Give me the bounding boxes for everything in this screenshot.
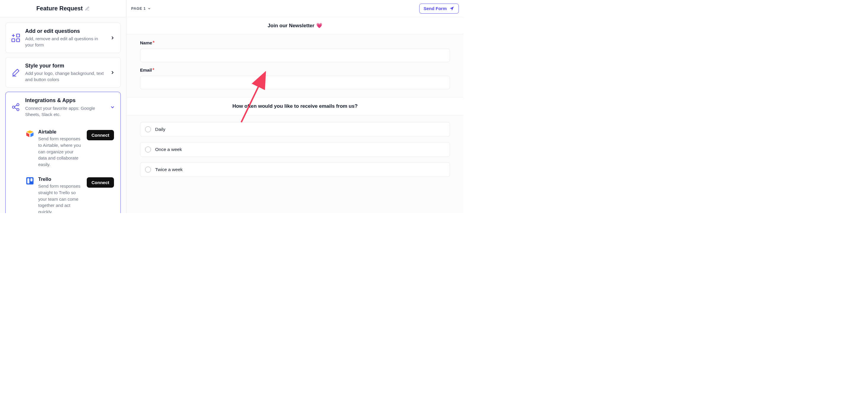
card-integrations: Integrations & Apps Connect your favorit… [5,92,121,213]
svg-marker-12 [26,132,30,137]
integration-name: Airtable [38,129,83,135]
editor-panel: Feature Request Add or edit questions [0,0,126,213]
option-label: Daily [155,127,165,132]
option-twice-a-week[interactable]: Twice a week [140,162,450,177]
chevron-right-icon [110,70,115,75]
name-label: Name [140,40,152,45]
send-form-button[interactable]: Send Form [419,4,459,13]
connect-airtable-button[interactable]: Connect [87,130,114,140]
integration-desc: Send form responses straight to Trello s… [38,183,83,213]
integration-airtable: Airtable Send form responses to Airtable… [26,125,114,172]
svg-marker-13 [30,132,34,137]
form-preview: Join our Newsletter 💗 Name* Email* How o… [126,17,464,213]
svg-rect-3 [12,39,15,42]
edit-title-icon[interactable] [85,6,90,11]
svg-rect-2 [17,34,20,37]
airtable-icon [26,129,34,137]
email-label: Email [140,67,152,72]
chevron-down-icon [148,7,151,10]
option-daily[interactable]: Daily [140,122,450,137]
form-title: Feature Request [36,5,83,12]
radio-icon [145,147,151,152]
chevron-right-icon [110,35,115,40]
editor-header: Feature Request [0,0,126,17]
integration-desc: Send form responses to Airtable, where y… [38,135,83,168]
radio-icon [145,167,151,173]
newsletter-title: Join our Newsletter [268,23,314,29]
newsletter-title-section: Join our Newsletter 💗 [126,17,464,34]
card-questions[interactable]: Add or edit questions Add, remove and ed… [5,23,121,53]
chevron-down-icon [110,104,115,110]
page-switcher[interactable]: PAGE 1 [130,5,152,12]
email-input[interactable] [140,76,450,89]
svg-line-9 [14,105,17,106]
page-label: PAGE 1 [131,6,146,11]
svg-point-8 [17,109,19,111]
svg-point-7 [17,103,19,106]
share-integrations-icon [11,102,21,112]
card-questions-title: Add or edit questions [25,28,105,35]
send-icon [449,6,455,11]
svg-point-6 [12,106,15,108]
option-label: Twice a week [155,167,183,172]
svg-rect-16 [30,178,33,181]
radio-icon [145,126,151,132]
option-label: Once a week [155,147,182,152]
card-integrations-header[interactable]: Integrations & Apps Connect your favorit… [11,97,115,117]
preview-header: PAGE 1 Send Form [126,0,464,17]
frequency-question-title: How often would you like to receive emai… [126,97,464,116]
svg-rect-4 [17,39,20,42]
pencil-style-icon [11,68,21,77]
card-integrations-title: Integrations & Apps [25,97,105,104]
required-star: * [153,40,155,45]
svg-rect-15 [27,178,29,184]
preview-panel: PAGE 1 Send Form [126,0,464,213]
heart-icon: 💗 [316,23,322,29]
name-email-section: Name* Email* [126,34,464,97]
integration-trello: Trello Send form responses straight to T… [26,172,114,213]
required-star: * [152,67,154,72]
card-style-title: Style your form [25,62,105,69]
integrations-list: Airtable Send form responses to Airtable… [11,125,115,213]
frequency-options: Daily Once a week Twice a week [126,116,464,184]
send-form-label: Send Form [424,6,447,11]
option-once-a-week[interactable]: Once a week [140,142,450,157]
trello-icon [26,177,34,185]
name-input[interactable] [140,49,450,62]
card-style[interactable]: Style your form Add your logo, change ba… [5,57,121,88]
card-style-subtitle: Add your logo, change background, text a… [25,70,105,83]
svg-line-10 [14,108,17,109]
card-integrations-subtitle: Connect your favorite apps: Google Sheet… [25,105,105,118]
card-questions-subtitle: Add, remove and edit all questions in yo… [25,35,105,48]
editor-body: Add or edit questions Add, remove and ed… [0,17,126,213]
grid-plus-icon [11,33,21,42]
integration-name: Trello [38,176,83,182]
connect-trello-button[interactable]: Connect [87,177,114,188]
